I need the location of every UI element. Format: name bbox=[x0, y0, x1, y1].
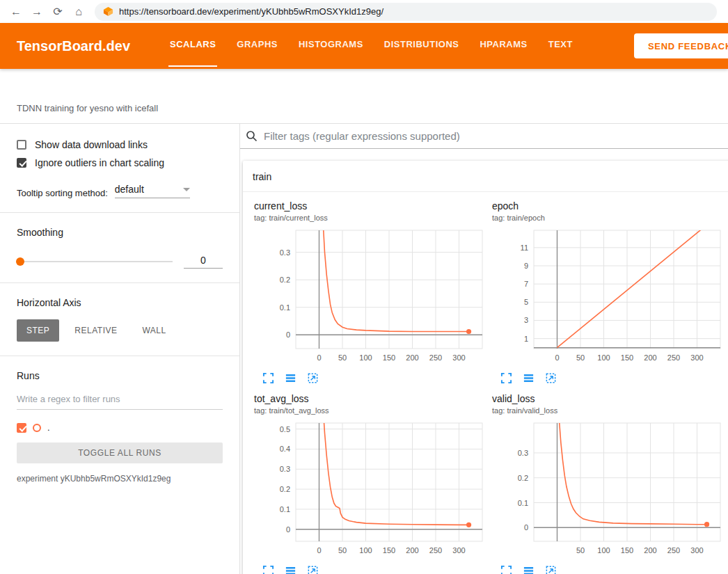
svg-text:100: 100 bbox=[359, 546, 372, 555]
smoothing-slider-row: 0 bbox=[17, 255, 223, 269]
fit-domain-icon[interactable] bbox=[307, 565, 319, 574]
svg-text:0: 0 bbox=[555, 353, 559, 362]
ignore-outliers-row: Ignore outliers in chart scaling bbox=[17, 157, 223, 168]
svg-text:5: 5 bbox=[524, 298, 528, 306]
back-icon[interactable]: ← bbox=[7, 6, 25, 17]
axis-wall-button[interactable]: WALL bbox=[132, 319, 175, 342]
svg-text:250: 250 bbox=[429, 546, 442, 555]
chart-card-epoch: epoch tag: train/epoch 05010015020025030… bbox=[491, 200, 725, 386]
tag-filter-input[interactable] bbox=[264, 130, 722, 142]
line-chart[interactable]: 5010015020025030000.10.20.3 bbox=[491, 416, 725, 559]
svg-text:0: 0 bbox=[524, 523, 528, 532]
search-icon bbox=[246, 130, 258, 142]
fit-domain-icon[interactable] bbox=[545, 372, 557, 384]
svg-text:0.5: 0.5 bbox=[280, 425, 290, 433]
forward-icon[interactable]: → bbox=[28, 6, 46, 17]
ignore-outliers-checkbox[interactable] bbox=[17, 158, 26, 168]
tab-hparams[interactable]: HPARAMS bbox=[478, 23, 528, 67]
content: Show data download links Ignore outliers… bbox=[0, 124, 728, 574]
svg-text:3: 3 bbox=[524, 316, 528, 324]
experiment-header: TDNN training for yesno with icefall bbox=[0, 69, 728, 124]
chart-card-current-loss: current_loss tag: train/current_loss 050… bbox=[253, 200, 486, 386]
tab-histograms[interactable]: HISTOGRAMS bbox=[297, 23, 365, 67]
expand-chart-icon[interactable] bbox=[262, 372, 274, 384]
line-chart[interactable]: 05010015020025030000.10.20.30.40.5 bbox=[253, 416, 486, 559]
tensorboard-favicon bbox=[103, 6, 113, 17]
tab-scalars[interactable]: SCALARS bbox=[168, 23, 217, 67]
main-panel: train current_loss tag: train/current_lo… bbox=[240, 124, 728, 574]
svg-text:50: 50 bbox=[338, 353, 347, 362]
tag-group-title[interactable]: train bbox=[243, 161, 728, 192]
divider bbox=[0, 356, 239, 356]
runs-filter-input[interactable] bbox=[17, 394, 223, 410]
address-bar[interactable]: https://tensorboard.dev/experiment/yKUbh… bbox=[95, 3, 717, 21]
svg-text:0.4: 0.4 bbox=[280, 445, 290, 453]
svg-text:0: 0 bbox=[317, 546, 321, 555]
svg-text:0.2: 0.2 bbox=[518, 474, 528, 482]
svg-text:0.3: 0.3 bbox=[518, 449, 528, 457]
svg-text:7: 7 bbox=[524, 280, 528, 288]
chart-tag: tag: train/epoch bbox=[491, 214, 725, 222]
smoothing-slider-thumb[interactable] bbox=[16, 257, 24, 266]
tooltip-sorting-value: default bbox=[115, 184, 144, 195]
axis-relative-button[interactable]: RELATIVE bbox=[65, 319, 127, 342]
browser-window: ← → ⟳ ⌂ https://tensorboard.dev/experime… bbox=[0, 0, 728, 574]
chart-tag: tag: train/valid_loss bbox=[491, 406, 725, 415]
svg-text:100: 100 bbox=[597, 353, 610, 362]
divider bbox=[0, 212, 239, 213]
show-download-links-label: Show data download links bbox=[35, 139, 148, 150]
home-icon[interactable]: ⌂ bbox=[70, 6, 88, 17]
fit-domain-icon[interactable] bbox=[307, 372, 319, 384]
svg-text:200: 200 bbox=[406, 353, 418, 362]
run-color-circle-icon[interactable] bbox=[33, 424, 41, 432]
svg-text:9: 9 bbox=[524, 262, 528, 270]
svg-text:1: 1 bbox=[524, 335, 528, 343]
run-checkbox[interactable] bbox=[17, 423, 26, 433]
tag-filter-row bbox=[240, 124, 728, 149]
tooltip-sorting-row: Tooltip sorting method: default bbox=[17, 184, 223, 198]
svg-text:300: 300 bbox=[690, 546, 703, 555]
expand-chart-icon[interactable] bbox=[500, 565, 512, 574]
chart-title: current_loss bbox=[253, 200, 486, 212]
svg-text:0: 0 bbox=[286, 525, 290, 534]
fit-domain-icon[interactable] bbox=[545, 565, 557, 574]
data-table-icon[interactable] bbox=[523, 565, 535, 574]
svg-text:150: 150 bbox=[383, 546, 395, 555]
show-download-links-checkbox[interactable] bbox=[17, 140, 26, 150]
smoothing-slider[interactable] bbox=[17, 261, 173, 262]
send-feedback-button[interactable]: SEND FEEDBACK bbox=[634, 33, 728, 58]
chart-toolbar bbox=[491, 559, 725, 574]
runs-label: Runs bbox=[17, 370, 223, 381]
tab-distributions[interactable]: DISTRIBUTIONS bbox=[383, 23, 461, 67]
tooltip-sorting-dropdown[interactable]: default bbox=[115, 184, 190, 198]
data-table-icon[interactable] bbox=[285, 372, 296, 384]
data-table-icon[interactable] bbox=[285, 565, 296, 574]
nav-tabs: SCALARS GRAPHS HISTOGRAMS DISTRIBUTIONS … bbox=[159, 23, 583, 67]
svg-text:0.3: 0.3 bbox=[280, 248, 290, 257]
svg-text:200: 200 bbox=[644, 546, 656, 555]
svg-text:100: 100 bbox=[597, 546, 610, 555]
svg-text:150: 150 bbox=[621, 353, 633, 362]
line-chart[interactable]: 05010015020025030000.10.20.3 bbox=[253, 223, 486, 367]
smoothing-value-field[interactable]: 0 bbox=[184, 255, 223, 269]
svg-text:50: 50 bbox=[576, 353, 585, 362]
tab-text[interactable]: TEXT bbox=[547, 23, 574, 67]
reload-icon[interactable]: ⟳ bbox=[49, 6, 67, 17]
axis-step-button[interactable]: STEP bbox=[17, 319, 59, 342]
chart-toolbar bbox=[253, 367, 486, 386]
tensorboard-logo[interactable]: TensorBoard.dev bbox=[17, 38, 130, 54]
expand-chart-icon[interactable] bbox=[500, 372, 512, 384]
tooltip-sorting-label: Tooltip sorting method: bbox=[17, 188, 108, 198]
toggle-all-runs-button[interactable]: TOGGLE ALL RUNS bbox=[17, 443, 223, 463]
svg-text:250: 250 bbox=[429, 353, 442, 362]
chart-tag: tag: train/current_loss bbox=[253, 214, 486, 222]
expand-chart-icon[interactable] bbox=[262, 565, 274, 574]
show-download-links-row: Show data download links bbox=[17, 139, 223, 150]
charts-grid: current_loss tag: train/current_loss 050… bbox=[243, 192, 728, 574]
chart-card-tot-avg-loss: tot_avg_loss tag: train/tot_avg_loss 050… bbox=[253, 393, 486, 574]
svg-text:250: 250 bbox=[667, 353, 680, 362]
svg-text:50: 50 bbox=[576, 546, 585, 555]
line-chart[interactable]: 0501001502002503001357911 bbox=[491, 223, 725, 367]
tab-graphs[interactable]: GRAPHS bbox=[235, 23, 279, 67]
data-table-icon[interactable] bbox=[523, 372, 535, 384]
